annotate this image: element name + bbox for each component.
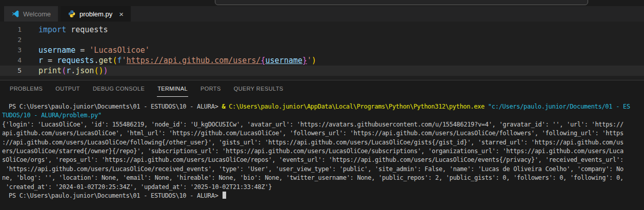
code-token: requests — [57, 56, 94, 65]
vscode-icon — [11, 10, 19, 18]
tab-label: Welcome — [23, 10, 51, 18]
code-line[interactable]: 5print(r.json()) — [0, 66, 644, 76]
terminal-line: {'login': 'LucasOliCoe', 'id': 155486219… — [2, 120, 644, 129]
terminal-line: ers/LucasOliCoe/starred{/owner}{/repo}',… — [2, 147, 644, 156]
tab-bar-empty-space — [131, 6, 644, 22]
code-token: ' — [307, 56, 312, 65]
code-token: . — [71, 66, 75, 75]
code-token: } — [303, 56, 307, 65]
code-text: print(r.json()) — [38, 66, 108, 76]
terminal-line: ://api.github.com/users/LucasOliCoe/foll… — [2, 138, 644, 147]
code-token: { — [261, 56, 266, 65]
code-token: ) — [103, 66, 108, 75]
terminal-text — [485, 103, 488, 110]
line-number: 2 — [0, 35, 22, 45]
code-token: r — [38, 56, 43, 65]
panel-tab-query-results[interactable]: QUERY RESULTS — [233, 80, 284, 97]
code-token: ) — [312, 56, 316, 65]
panel-tab-debug-console[interactable]: DEBUG CONSOLE — [92, 80, 145, 97]
vscode-window: Welcomeproblem.py× 1import requests23use… — [0, 0, 644, 210]
tab-bar-left-spacer — [0, 6, 4, 22]
terminal-prompt-line: PS C:\Users\paulo.junior\Documents\01 - … — [2, 102, 644, 111]
code-token: = — [75, 46, 89, 55]
panel-tab-bar: PROBLEMSOUTPUTDEBUG CONSOLETERMINALPORTS… — [0, 80, 644, 97]
terminal-text: {'login': 'LucasOliCoe', 'id': 155486219… — [2, 121, 623, 128]
tab-label: problem.py — [79, 10, 112, 18]
terminal-text: ne, 'blog': '', 'location': None, 'email… — [2, 174, 623, 181]
code-text: r = requests.get(f'https://api.github.co… — [38, 55, 316, 66]
terminal-text: "c:/Users/paulo.junior/Documents/01 - ES — [488, 103, 630, 110]
code-token: username — [38, 46, 75, 55]
panel-tab-output[interactable]: OUTPUT — [55, 80, 80, 97]
code-token: ( — [62, 66, 66, 75]
terminal-line: 'created_at': '2024-01-02T20:25:34Z', 'u… — [2, 183, 644, 192]
terminal-line: TUDOS/10 - ALURA/problem.py" — [2, 111, 644, 120]
terminal-prompt-line[interactable]: PS C:\Users\paulo.junior\Documents\01 - … — [2, 192, 644, 200]
terminal-text: TUDOS/10 - ALURA/problem.py" — [2, 112, 102, 119]
python-icon — [68, 10, 76, 18]
line-number: 1 — [0, 25, 22, 35]
editor-tab-problem-py[interactable]: problem.py× — [61, 6, 131, 22]
close-tab-icon[interactable]: × — [119, 10, 124, 18]
code-token: print — [38, 66, 62, 75]
terminal-text: sOliCoe/orgs', 'repos_url': 'https://api… — [2, 156, 623, 163]
code-line[interactable]: 1import requests — [0, 25, 644, 35]
code-token: import — [38, 25, 66, 34]
terminal-text: PS C:\Users\paulo.junior\Documents\01 - … — [9, 192, 222, 199]
terminal-text: ers/LucasOliCoe/starred{/owner}{/repo}',… — [2, 148, 623, 155]
terminal-text: ://api.github.com/users/LucasOliCoe/foll… — [2, 139, 623, 146]
terminal-line: ne, 'blog': '', 'location': None, 'email… — [2, 174, 644, 182]
code-token: 'LucasOlicoe' — [89, 46, 149, 55]
code-token: ( — [113, 56, 117, 65]
terminal-output[interactable]: PS C:\Users\paulo.junior\Documents\01 - … — [0, 97, 644, 200]
terminal-text: PS C:\Users\paulo.junior\Documents\01 - … — [9, 103, 222, 110]
command-center-searchbox[interactable] — [215, 0, 588, 5]
terminal-line: sOliCoe/orgs', 'repos_url': 'https://api… — [2, 156, 644, 164]
code-line[interactable]: 2 — [0, 35, 644, 45]
panel-tab-ports[interactable]: PORTS — [200, 80, 222, 97]
code-line[interactable]: 3username = 'LucasOlicoe' — [0, 45, 644, 55]
code-token: = — [43, 56, 57, 65]
terminal-line: api.github.com/users/LucasOliCoe', 'html… — [2, 129, 644, 138]
code-token: r — [66, 66, 71, 75]
code-token: https://api.github.com/users/ — [127, 56, 261, 65]
code-token: username — [266, 56, 303, 65]
code-text: import requests — [38, 25, 108, 35]
terminal-text: 'created_at': '2024-01-02T20:25:34Z', 'u… — [2, 183, 272, 191]
code-token: get — [98, 56, 112, 65]
editor-tab-bar: Welcomeproblem.py× — [0, 6, 644, 22]
code-editor[interactable]: 1import requests23username = 'LucasOlico… — [0, 22, 644, 80]
terminal-text: api.github.com/users/LucasOliCoe', 'html… — [2, 130, 623, 137]
code-token: f — [117, 56, 122, 65]
terminal-line: 'https://api.github.com/users/LucasOliCo… — [2, 165, 644, 174]
code-token: requests — [66, 25, 108, 34]
editor-tab-welcome[interactable]: Welcome — [4, 6, 58, 22]
line-number: 3 — [0, 45, 22, 55]
line-number: 4 — [0, 55, 22, 66]
code-line[interactable]: 4r = requests.get(f'https://api.github.c… — [0, 55, 644, 66]
terminal-text: C:\Users\paulo.junior\AppData\Local\Prog… — [229, 103, 485, 110]
terminal-text: 'https://api.github.com/users/LucasOliCo… — [2, 165, 623, 173]
panel-tab-problems[interactable]: PROBLEMS — [9, 80, 43, 97]
terminal-text: & — [222, 103, 229, 110]
line-number: 5 — [0, 66, 22, 76]
title-bar — [0, 0, 644, 6]
code-token: ' — [122, 56, 127, 65]
panel-tab-terminal[interactable]: TERMINAL — [157, 80, 188, 97]
code-token: json — [75, 66, 94, 75]
bottom-panel: PROBLEMSOUTPUTDEBUG CONSOLETERMINALPORTS… — [0, 80, 644, 210]
terminal-cursor — [223, 192, 226, 199]
code-text: username = 'LucasOlicoe' — [38, 45, 150, 55]
